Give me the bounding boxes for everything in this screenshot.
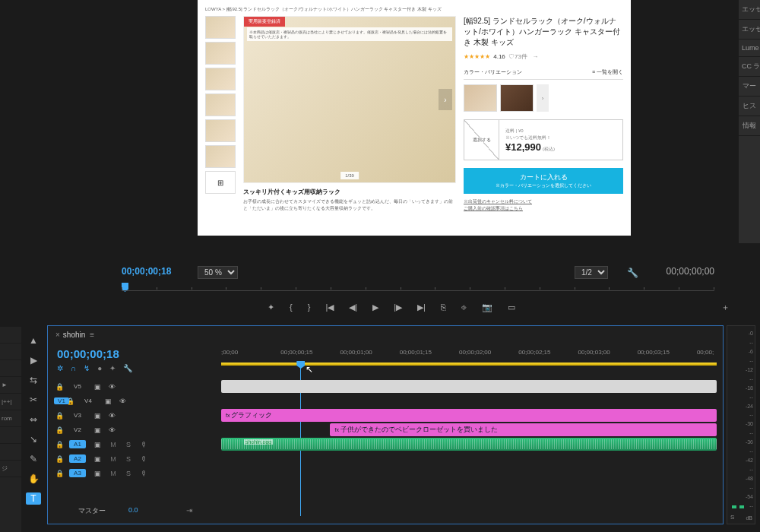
out-icon[interactable]: }: [308, 302, 311, 312]
wrench-icon[interactable]: 🔧: [123, 364, 132, 372]
slip-tool-icon[interactable]: ⇔: [26, 413, 41, 426]
stub-row[interactable]: [0, 327, 21, 344]
track-select-tool-icon[interactable]: ▶: [26, 354, 41, 366]
razor-tool-icon[interactable]: ✂: [26, 394, 41, 406]
monitor-timecode[interactable]: 00;00;00;18: [122, 266, 171, 277]
hand-tool-icon[interactable]: ✋: [26, 473, 41, 485]
lock-icon[interactable]: 🔒: [55, 441, 63, 448]
stub-row[interactable]: [0, 444, 21, 461]
video-track-header[interactable]: V1🔒V4▣👁: [55, 394, 215, 408]
dock-tab[interactable]: 情報: [739, 116, 760, 136]
timeline-body[interactable]: ;00;00 00;00;00;15 00;00;01;00 00;00;01;…: [221, 347, 717, 516]
magnet-icon[interactable]: ∩: [71, 364, 76, 372]
thumb[interactable]: [205, 16, 236, 39]
zoom-select[interactable]: 50 %: [198, 266, 238, 279]
link-icon[interactable]: ↯: [84, 364, 90, 372]
variant-swatch[interactable]: [464, 84, 497, 112]
source-patch-icon[interactable]: ▣: [92, 470, 103, 477]
mute-icon[interactable]: M: [109, 441, 118, 448]
stub-row[interactable]: ►: [0, 377, 21, 394]
eye-icon[interactable]: 👁: [109, 383, 119, 391]
lift-icon[interactable]: ⎘: [441, 302, 446, 312]
thumb[interactable]: [205, 145, 236, 168]
solo-icon[interactable]: S: [124, 441, 133, 448]
in-icon[interactable]: {: [290, 302, 293, 312]
add-button-icon[interactable]: ＋: [721, 302, 730, 313]
thumb[interactable]: [205, 119, 236, 142]
step-fwd-icon[interactable]: |▶: [394, 302, 402, 312]
source-patch-icon[interactable]: ▣: [92, 441, 103, 448]
source-patch-icon[interactable]: ▣: [92, 412, 103, 420]
voice-icon[interactable]: 🎙: [139, 470, 148, 477]
dock-tab[interactable]: エッセ: [739, 0, 760, 20]
stub-row[interactable]: [0, 344, 21, 360]
video-track-header[interactable]: 🔒V5▣👁: [55, 379, 215, 394]
stub-row[interactable]: rom: [0, 410, 21, 427]
thumb-more[interactable]: ⊞: [205, 171, 236, 194]
timeline-timecode[interactable]: 00;00;00;18: [57, 347, 119, 360]
lock-icon[interactable]: 🔒: [55, 412, 63, 420]
rect-tool-icon[interactable]: ✎: [26, 453, 41, 465]
lock-icon[interactable]: 🔒: [55, 426, 63, 434]
source-patch-icon[interactable]: ▣: [92, 426, 103, 434]
video-track-header[interactable]: 🔒V3▣👁: [55, 408, 215, 423]
add-to-cart-button[interactable]: カートに入れる ※カラー・バリエーションを選択してください: [464, 168, 623, 194]
select-variant[interactable]: 選択する: [464, 120, 499, 160]
snap-icon[interactable]: ✲: [57, 364, 63, 372]
monitor-ruler[interactable]: [122, 283, 714, 293]
chevron-right-icon[interactable]: →: [532, 53, 538, 60]
variant-swatch[interactable]: [500, 84, 534, 112]
wrench-icon[interactable]: 🔧: [627, 268, 638, 278]
source-patch-icon[interactable]: ▣: [92, 383, 103, 391]
type-tool-icon[interactable]: T: [26, 492, 41, 505]
voice-icon[interactable]: 🎙: [139, 455, 148, 463]
solo-label[interactable]: S: [730, 514, 734, 521]
time-ruler[interactable]: ;00;00 00;00;00;15 00;00;01;00 00;00;01;…: [221, 347, 717, 361]
lock-icon[interactable]: 🔒: [55, 383, 63, 391]
dock-tab[interactable]: エッセ: [739, 20, 760, 40]
goto-out-icon[interactable]: ▶|: [417, 302, 426, 312]
stub-row[interactable]: |++|: [0, 394, 21, 410]
play-icon[interactable]: ▶: [372, 302, 378, 312]
playhead-icon[interactable]: [296, 361, 305, 369]
resolution-select[interactable]: 1/2: [575, 266, 608, 279]
lock-icon[interactable]: 🔒: [55, 455, 63, 463]
voice-icon[interactable]: 🎙: [139, 441, 148, 448]
stub-row[interactable]: [0, 427, 21, 444]
variant-next-icon[interactable]: ›: [537, 84, 549, 112]
clip-title[interactable]: fx子供ができたのでベビークローゼットを買いました: [330, 423, 717, 436]
close-icon[interactable]: ×: [55, 331, 60, 339]
expand-icon[interactable]: ⇥: [186, 506, 192, 515]
clip[interactable]: [221, 380, 717, 393]
audio-track-header[interactable]: 🔒A2▣MS🎙: [55, 451, 215, 466]
eye-icon[interactable]: 👁: [109, 412, 119, 420]
goto-in-icon[interactable]: |◀: [325, 302, 334, 312]
stub-row[interactable]: ジ: [0, 461, 21, 477]
mute-icon[interactable]: M: [109, 470, 118, 477]
pen-tool-icon[interactable]: ↘: [26, 433, 41, 445]
ripple-tool-icon[interactable]: ⇆: [26, 374, 41, 386]
audio-track-header[interactable]: 🔒A1▣MS🎙: [55, 437, 215, 451]
clip-graphic[interactable]: fxグラフィック: [221, 409, 717, 422]
marker-icon[interactable]: ✦: [268, 302, 274, 312]
thumb[interactable]: [205, 42, 236, 65]
eye-icon[interactable]: 👁: [109, 426, 119, 434]
dock-tab[interactable]: ヒス: [739, 97, 760, 116]
variation-expand[interactable]: ≡一覧を開く: [592, 68, 623, 76]
eye-icon[interactable]: 👁: [119, 397, 130, 405]
dock-tab[interactable]: CC ラ: [739, 57, 760, 77]
extract-icon[interactable]: ⎆: [461, 302, 467, 312]
sequence-tab[interactable]: ×shohin≡: [55, 331, 94, 339]
thumb[interactable]: [205, 93, 236, 116]
solo-icon[interactable]: S: [124, 470, 133, 477]
lock-icon[interactable]: 🔒: [55, 470, 63, 477]
source-patch-icon[interactable]: ▣: [92, 455, 103, 463]
policy-link[interactable]: ご購入前の確認事項はこちら: [464, 205, 623, 212]
video-track-header[interactable]: 🔒V2▣👁: [55, 423, 215, 437]
source-patch-icon[interactable]: ▣: [103, 397, 113, 405]
dock-tab[interactable]: マー: [739, 77, 760, 97]
compare-icon[interactable]: ▭: [508, 302, 515, 312]
clip-audio[interactable]: shohin.ogg: [221, 438, 717, 451]
next-image-icon[interactable]: ›: [439, 89, 452, 110]
source-v1[interactable]: V1: [54, 397, 69, 404]
